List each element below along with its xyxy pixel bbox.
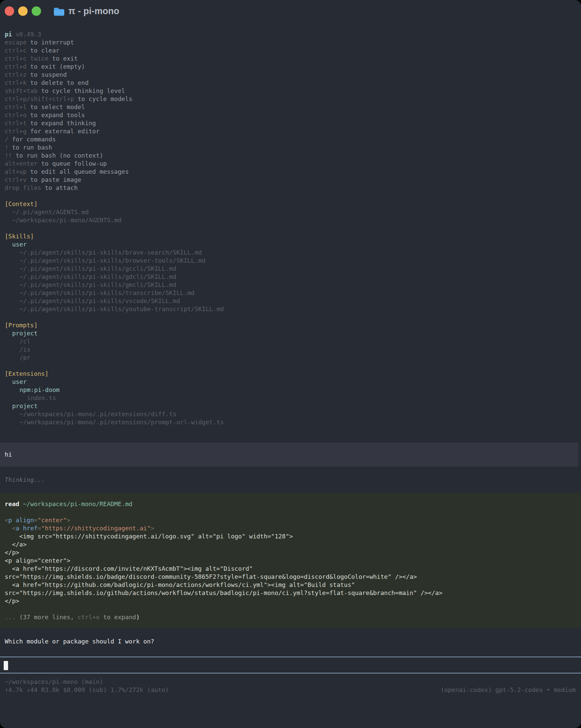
cwd-branch-status: ~/workspaces/pi-mono (main) bbox=[0, 678, 581, 686]
shortcut-line: ctrl+l to select model bbox=[0, 103, 581, 111]
maximize-window-button[interactable] bbox=[32, 6, 41, 16]
code-line: <a href="https://shittycodingagent.ai"> bbox=[0, 524, 581, 532]
traffic-lights bbox=[5, 6, 41, 16]
path-line: ~/.pi/agent/skills/pi-skills/gdcli/SKILL… bbox=[0, 273, 581, 281]
model-indicator: (openai-codex) gpt-5.2-codex • medium bbox=[441, 686, 576, 694]
shortcut-key: ctrl+d bbox=[5, 63, 27, 70]
shortcut-description: to interrupt bbox=[27, 39, 74, 46]
code-segment: = bbox=[38, 525, 42, 532]
prompt-input[interactable] bbox=[0, 657, 581, 673]
shortcut-line: shift+tab to cycle thinking level bbox=[0, 87, 581, 95]
shortcut-key: ctrl+c twice bbox=[5, 55, 49, 62]
code-line: src="https://img.shields.io/badge/discor… bbox=[0, 573, 581, 581]
shortcut-line: ctrl+t to expand thinking bbox=[0, 119, 581, 127]
tool-output-block: read ~/workspaces/pi-mono/README.md <p a… bbox=[0, 493, 581, 628]
code-segment bbox=[19, 525, 23, 532]
code-segment: </a> bbox=[5, 541, 27, 548]
path-line: /pr bbox=[0, 354, 581, 362]
shortcut-description: to expand tools bbox=[27, 111, 85, 119]
shortcut-description: to select model bbox=[27, 103, 85, 110]
shortcut-description: to cycle models bbox=[74, 95, 132, 102]
shortcut-key: ctrl+t bbox=[5, 120, 27, 127]
shortcut-description: to suspend bbox=[27, 71, 67, 78]
shortcut-key: / bbox=[5, 136, 8, 143]
code-line: <p align="center"> bbox=[0, 556, 581, 565]
path-line: ~/.pi/agent/skills/pi-skills/gmcli/SKILL… bbox=[0, 281, 581, 289]
app-version-line: pi v0.49.3 bbox=[0, 30, 581, 38]
code-line: <p align="center"> bbox=[0, 516, 581, 524]
shortcut-key: ctrl+p/shift+ctrl+p bbox=[5, 95, 74, 102]
shortcut-description: to exit bbox=[49, 55, 78, 62]
code-segment: <a href="https://github.com/badlogic/pi-… bbox=[5, 581, 355, 588]
shortcut-key: ctrl+l bbox=[5, 103, 27, 110]
code-segment: to expand bbox=[100, 614, 136, 621]
shortcut-description: to paste image bbox=[27, 176, 81, 183]
shortcut-line: ctrl+v to paste image bbox=[0, 176, 581, 184]
path-line: ~/workspaces/pi-mono/.pi/extensions/prom… bbox=[0, 418, 581, 426]
truncation-notice: ... (37 more lines, ctrl+o to expand) bbox=[0, 613, 581, 621]
shortcut-description: to queue follow-up bbox=[38, 160, 107, 167]
code-segment: src="https://img.shields.io/github/actio… bbox=[5, 589, 442, 596]
thinking-indicator: Thinking... bbox=[0, 476, 581, 484]
shortcut-description: to expand thinking bbox=[27, 120, 96, 127]
skills-section-title: [Skills] bbox=[0, 232, 581, 240]
code-segment: "center" bbox=[38, 517, 67, 524]
code-line: <img src="https://shittycodingagent.ai/l… bbox=[0, 532, 581, 541]
shortcut-line: ctrl+d to exit (empty) bbox=[0, 62, 581, 71]
shortcut-line: ctrl+g for external editor bbox=[0, 127, 581, 135]
shortcut-line: ctrl+z to suspend bbox=[0, 71, 581, 79]
shortcut-line: !! to run bash (no context) bbox=[0, 152, 581, 160]
user-message-box: hi bbox=[0, 442, 578, 467]
extensions-npm-package: npm:pi-doom bbox=[0, 386, 581, 394]
code-segment: > bbox=[151, 525, 155, 532]
code-segment: </p> bbox=[5, 549, 19, 556]
code-line: <a href="https://github.com/badlogic/pi-… bbox=[0, 581, 581, 589]
shortcut-key: !! bbox=[5, 152, 12, 159]
code-segment: <img src="https://shittycodingagent.ai/l… bbox=[5, 533, 293, 540]
status-row: ↑4.7k ↓44 R3.8k $0.009 (sub) 1.7%/272k (… bbox=[0, 686, 581, 694]
shortcut-key: ctrl+z bbox=[5, 71, 27, 78]
title-group: π - pi-mono bbox=[53, 7, 119, 16]
app-name: pi bbox=[5, 31, 12, 38]
code-segment bbox=[12, 517, 16, 524]
shortcut-description: to run bash bbox=[8, 144, 52, 151]
shortcut-key: ! bbox=[5, 144, 8, 151]
prompts-section-title: [Prompts] bbox=[0, 321, 581, 329]
version-text: v0.49.3 bbox=[16, 31, 42, 38]
shortcut-line: ctrl+c twice to exit bbox=[0, 55, 581, 62]
skills-scope-label: user bbox=[0, 240, 581, 249]
code-segment: a bbox=[16, 525, 20, 532]
shortcut-line: escape to interrupt bbox=[0, 38, 581, 47]
status-bar: ~/workspaces/pi-mono (main) ↑4.7k ↓44 R3… bbox=[0, 678, 581, 694]
shortcut-key: ctrl+g bbox=[5, 128, 27, 135]
context-section-title: [Context] bbox=[0, 200, 581, 208]
code-line: </p> bbox=[0, 597, 581, 605]
code-segment: ... bbox=[5, 614, 19, 621]
code-segment: ctrl+o bbox=[78, 614, 100, 621]
shortcut-description: to run bash (no context) bbox=[12, 152, 103, 159]
code-segment: (37 more lines, bbox=[19, 614, 77, 621]
path-line: ~/workspaces/pi-mono/.pi/extensions/diff… bbox=[0, 410, 581, 418]
shortcuts-help: escape to interruptctrl+c to clearctrl+c… bbox=[0, 38, 581, 192]
tool-name: read bbox=[5, 500, 19, 508]
shortcut-line: ctrl+p/shift+ctrl+p to cycle models bbox=[0, 95, 581, 103]
shortcut-line: ctrl+o to expand tools bbox=[0, 111, 581, 119]
terminal-content: pi v0.49.3 escape to interruptctrl+c to … bbox=[0, 22, 581, 694]
shortcut-description: for external editor bbox=[27, 128, 100, 135]
extensions-user-scope-label: user bbox=[0, 378, 581, 386]
shortcut-description: to edit all queued messages bbox=[27, 168, 129, 175]
tool-code-output: <p align="center"> <a href="https://shit… bbox=[0, 516, 581, 605]
minimize-window-button[interactable] bbox=[18, 6, 28, 16]
shortcut-line: ctrl+c to clear bbox=[0, 47, 581, 55]
code-line: </a> bbox=[0, 541, 581, 548]
shortcut-key: escape bbox=[5, 39, 27, 46]
code-segment: > bbox=[67, 517, 70, 524]
prompts-items: /cl/is/pr bbox=[0, 337, 581, 362]
shortcut-description: for commands bbox=[8, 136, 56, 143]
code-segment: <a href="https://discord.com/invite/nKXT… bbox=[5, 565, 253, 572]
shortcut-key: shift+tab bbox=[5, 87, 38, 94]
close-window-button[interactable] bbox=[5, 6, 14, 16]
tool-arg: ~/workspaces/pi-mono/README.md bbox=[23, 500, 132, 508]
shortcut-line: drop files to attach bbox=[0, 184, 581, 192]
code-line: </p> bbox=[0, 548, 581, 556]
